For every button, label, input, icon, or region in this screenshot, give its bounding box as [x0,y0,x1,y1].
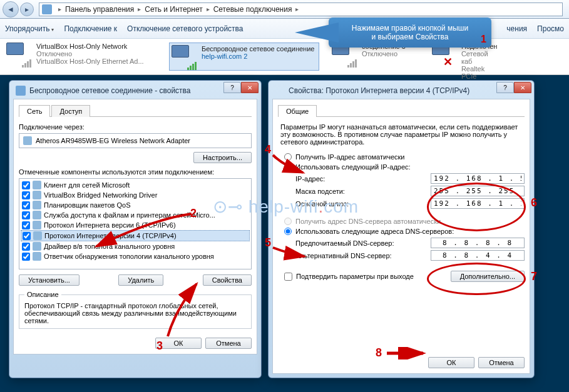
label-ip: IP-адрес: [295,175,431,183]
radio-ip-auto[interactable]: Получить IP-адрес автоматически [284,153,525,161]
cancel-button[interactable]: Отмена [205,338,252,349]
net-item-vbox[interactable]: VirtualBox Host-Only Network Отключено V… [6,43,156,71]
chk[interactable] [22,211,30,219]
annotation-arrow-8 [386,347,429,359]
properties-button[interactable]: Свойства [203,274,252,286]
watermark: ⊙⊸ help-wifi.com [213,196,359,217]
window-title: Свойства: Протокол Интернета версии 4 (T… [272,84,530,99]
annotation-circle-7 [427,263,526,295]
proto-icon [33,231,42,240]
proto-icon [33,211,41,219]
preferred-dns-input[interactable] [431,238,525,248]
tab-network[interactable]: Сеть [19,105,50,117]
net-name: VirtualBox Host-Only Network [36,43,144,50]
crumb-control-panel[interactable]: Панель управления [65,5,134,14]
list-item[interactable]: Клиент для сетей Microsoft [21,180,250,190]
radio-ip-manual[interactable]: Использовать следующий IP-адрес: [284,163,525,171]
tab-access[interactable]: Доступ [51,105,90,117]
label-mask: Маска подсети: [295,188,431,195]
window-title: Беспроводное сетевое соединение - свойст… [13,84,257,99]
annotation-num-7: 7 [531,270,537,283]
annotation-arrow-2 [91,213,198,250]
proto-icon [33,181,41,189]
proto-icon [33,242,41,251]
chk[interactable] [23,232,31,240]
net-status: Сетевой каб [461,50,501,65]
annotation-num-2: 2 [190,207,197,220]
description-text: Протокол TCP/IP - стандартный протокол г… [24,302,246,324]
chk[interactable] [22,243,30,251]
help-button[interactable]: ? [496,82,514,93]
nav-back-button[interactable]: ◄ [3,1,19,18]
adapter-name: Atheros AR9485WB-EG Wireless Network Ada… [36,137,190,144]
chk[interactable] [22,191,30,199]
radio [284,218,292,225]
annotation-num-6: 6 [531,196,537,209]
radio[interactable] [284,228,292,235]
adapter-icon [23,136,32,145]
net-device: VirtualBox Host-Only Ethernet Ad... [36,58,144,65]
label-components: Отмеченные компоненты используются этим … [19,168,252,176]
configure-button[interactable]: Настроить... [193,152,252,163]
chk[interactable] [284,273,292,281]
proto-icon [33,201,41,209]
net-icon [6,43,31,68]
tool-view[interactable]: Просмо [537,24,564,33]
nav-forward-button[interactable]: ▸ [20,3,34,16]
annotation-arrow-3 [163,279,207,341]
description-title: Описание [24,291,61,298]
annotation-arrow-5 [270,245,308,261]
intro-text: Параметры IP могут назначаться автоматич… [280,123,522,146]
annotation-num-3: 3 [156,339,163,353]
tool-organize[interactable]: Упорядочить [5,24,54,33]
crumb-network-connections[interactable]: Сетевые подключения [213,5,292,14]
net-status: Отключено [362,50,406,58]
chk[interactable] [22,221,30,229]
callout-line2: и выбираем Свойства [337,33,483,41]
install-button[interactable]: Установить... [19,274,79,286]
label-dns2: Альтернативный DNS-сервер: [295,252,431,259]
proto-icon [33,252,41,261]
adapter-field: Atheros AR9485WB-EG Wireless Network Ada… [19,133,252,148]
net-status: Отключено [36,50,144,58]
close-button[interactable]: ✕ [514,82,531,93]
net-icon [172,45,197,70]
location-icon [42,4,52,14]
annotation-circle-6 [427,183,526,231]
alternate-dns-input[interactable] [431,250,525,261]
annotation-num-8: 8 [376,346,382,359]
net-item-wifi-selected[interactable]: Беспроводное сетевое соединение help-wif… [169,43,319,71]
crumb-network-internet[interactable]: Сеть и Интернет [145,5,202,14]
annotation-num-5: 5 [265,236,271,249]
net-device: help-wifi.com 2 [202,53,314,60]
ok-button[interactable]: ОК [428,357,474,368]
annotation-callout: Нажимаем правой кнопкой мыши и выбираем … [329,18,491,48]
annotation-num-4: 4 [265,143,271,156]
cancel-button[interactable]: Отмена [478,357,525,368]
label-dns1: Предпочитаемый DNS-сервер: [295,239,431,247]
help-button[interactable]: ? [223,82,241,93]
window-icon [16,86,26,96]
annotation-num-1: 1 [481,34,486,45]
callout-line1: Нажимаем правой кнопкой мыши [337,24,483,33]
close-button[interactable]: ✕ [241,82,259,93]
address-bar: ◄ ▸ ▸ Панель управления ▸ Сеть и Интерне… [0,0,569,19]
net-name: Беспроводное сетевое соединение [202,45,314,53]
chk[interactable] [22,181,30,189]
annotation-arrow-4 [270,153,308,178]
list-item[interactable]: Ответчик обнаружения топологии канальног… [21,251,250,261]
tool-connect[interactable]: Подключение к [64,24,117,33]
chk[interactable] [22,253,30,261]
breadcrumb-bar[interactable]: ▸ Панель управления ▸ Сеть и Интернет ▸ … [39,3,563,16]
uninstall-button[interactable]: Удалить [118,274,163,286]
proto-icon [33,191,41,199]
chk[interactable] [22,201,30,209]
description-group: Описание Протокол TCP/IP - стандартный п… [19,291,252,329]
tool-disable[interactable]: Отключение сетевого устройства [127,24,243,33]
proto-icon [33,221,41,229]
tool-rename[interactable]: чения [506,24,527,33]
tab-general[interactable]: Общие [278,105,317,117]
label-connect-via: Подключение через: [19,123,252,131]
